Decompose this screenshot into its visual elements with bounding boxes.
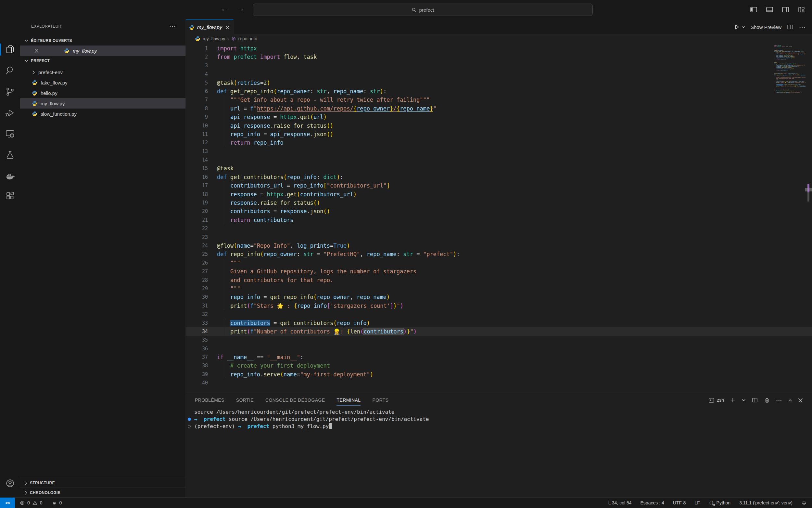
terminal-shell-selector[interactable]: zsh [708,397,724,404]
code-line-33: 33 contributors = get_contributors(repo_… [186,319,812,327]
python-interpreter[interactable]: 3.11.1 ('prefect-env': venv) [739,500,793,505]
file-item-slow_function.py[interactable]: slow_function.py [20,109,185,119]
line-number: 10 [186,122,208,130]
line-content: @task [217,164,234,173]
code-editor[interactable]: 1import httpx2from prefect import flow, … [186,43,812,393]
close-icon[interactable] [35,49,39,53]
back-arrow-icon[interactable]: ← [221,5,228,13]
run-debug-icon[interactable] [0,105,20,121]
kill-terminal-icon[interactable] [764,397,770,404]
line-number: 39 [186,370,208,379]
breadcrumb-symbol[interactable]: repo_info [238,36,257,41]
code-line-32: 32 [186,310,812,319]
terminal-line: source /Users/henricourdent/git/prefect/… [188,409,772,416]
close-icon[interactable] [226,25,230,30]
structure-section[interactable]: STRUCTURE [20,478,185,488]
split-editor-icon[interactable] [787,24,794,31]
code-line-30: 30 repo_info = get_repo_info(repo_owner,… [186,293,812,301]
maximize-panel-icon[interactable] [788,399,792,402]
extensions-icon[interactable] [0,188,20,204]
explorer-sidebar: EXPLORATEUR ⋯ ÉDITEURS OUVERTS my_flow.p… [20,19,186,497]
file-item-hello.py[interactable]: hello.py [20,88,185,98]
notifications-bell-icon[interactable] [801,500,807,506]
file-item-fake_flow.py[interactable]: fake_flow.py [20,77,185,88]
explorer-more-actions-icon[interactable]: ⋯ [169,22,176,30]
code-line-4: 4 [186,70,812,78]
language-mode[interactable]: {} Python [709,500,730,505]
show-preview-button[interactable]: Show Preview [751,25,781,30]
line-content: contributors_url = repo_info["contributo… [217,181,390,190]
line-number: 32 [186,310,208,319]
code-line-37: 37if __name__ == "__main__": [186,353,812,362]
file-item-prefect-env[interactable]: prefect-env [20,67,185,77]
line-number: 36 [186,344,208,353]
tab-terminal[interactable]: TERMINAL [336,393,361,407]
cursor-position[interactable]: L 34, col 54 [608,500,632,505]
line-content: response = httpx.get(contributors_url) [217,190,356,199]
layout-sidebar-icon[interactable] [750,5,758,14]
eol-sequence[interactable]: LF [695,500,700,505]
terminal-dropdown-icon[interactable] [742,399,746,402]
file-name: hello.py [41,90,57,96]
docker-icon[interactable] [0,168,20,184]
line-content: print(f"Number of contributors 👷: {len(c… [217,327,417,336]
indentation[interactable]: Espaces : 4 [640,500,664,505]
breadcrumb-file[interactable]: my_flow.py [203,36,225,41]
tab-debug-console[interactable]: CONSOLE DE DÉBOGAGE [266,393,325,407]
ports-status[interactable]: 0 [52,500,62,506]
encoding[interactable]: UTF-8 [673,500,686,505]
language-label: Python [717,500,731,505]
code-line-1: 1import httpx [186,44,812,53]
testing-icon[interactable] [0,147,20,163]
line-content: repo_info = get_repo_info(repo_owner, re… [217,293,390,301]
tab-ports[interactable]: PORTS [372,393,388,407]
more-actions-icon[interactable]: ⋯ [799,23,806,31]
minimap[interactable]: import httpxfrom prefect import flow, ta… [774,45,806,102]
line-content: Given a GitHub repository, logs the numb… [217,267,416,276]
account-icon[interactable] [0,475,20,491]
line-content: """ [217,259,240,267]
file-name: fake_flow.py [41,80,67,85]
file-name: prefect-env [38,70,63,75]
tab-output[interactable]: SORTIE [236,393,254,407]
layout-sidebar-right-icon[interactable] [781,5,790,14]
customize-layout-icon[interactable] [797,5,806,14]
chevron-right-icon [33,71,35,74]
run-python-file-button[interactable] [733,24,746,31]
problems-status[interactable]: 0 0 [19,500,43,506]
line-number: 14 [186,156,208,164]
open-editors-section[interactable]: ÉDITEURS OUVERTS [20,36,185,45]
status-bar: >< 0 0 0 L 34, col 54 Espaces : 4 UTF-8 … [0,497,812,508]
panel-more-actions-icon[interactable]: ⋯ [776,396,782,404]
split-terminal-icon[interactable] [752,397,758,404]
line-content: response.raise_for_status() [217,199,320,207]
remote-indicator[interactable]: >< [0,498,15,508]
open-editor-item[interactable]: my_flow.py [20,45,185,56]
line-number: 4 [186,70,208,78]
tab-problems[interactable]: PROBLÈMES [195,393,225,407]
timeline-section[interactable]: CHRONOLOGIE [20,488,185,498]
explorer-icon[interactable] [0,42,20,57]
line-number: 33 [186,319,208,327]
python-file-icon [64,48,69,54]
line-content: if __name__ == "__main__": [217,353,303,362]
layout-panel-icon[interactable] [766,5,774,14]
source-control-icon[interactable] [0,84,20,99]
timeline-label: CHRONOLOGIE [30,491,60,495]
folder-section[interactable]: PREFECT [20,56,185,66]
new-terminal-icon[interactable] [730,397,736,403]
breadcrumbs[interactable]: my_flow.py › repo_info [186,35,812,43]
command-center-search[interactable]: prefect [253,4,593,16]
vscode-window: ← → prefect [0,0,812,508]
line-content: api_response.raise_for_status() [217,122,333,130]
python-file-icon [32,101,37,106]
close-panel-icon[interactable] [798,398,803,403]
broadcast-icon [52,500,57,506]
remote-explorer-icon[interactable] [0,126,20,142]
tab-my-flow[interactable]: my_flow.py [186,19,234,35]
file-item-my_flow.py[interactable]: my_flow.py [20,98,185,109]
line-content: import httpx [217,44,257,53]
search-icon[interactable] [0,63,20,78]
forward-arrow-icon[interactable]: → [237,5,244,13]
terminal-output[interactable]: source /Users/henricourdent/git/prefect/… [188,409,772,430]
